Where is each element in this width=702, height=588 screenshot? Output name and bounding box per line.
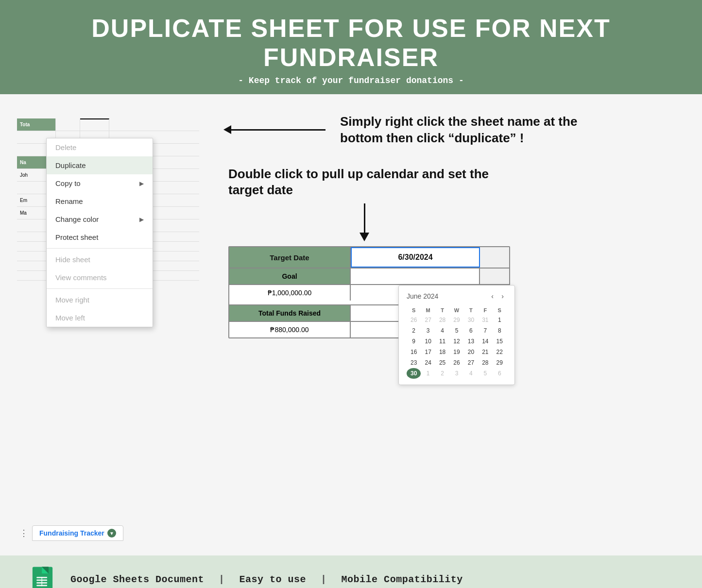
cal-day-7[interactable]: 7 <box>478 325 492 336</box>
cal-day-5[interactable]: 5 <box>449 325 463 336</box>
goal-empty <box>351 269 480 284</box>
menu-item-move-left[interactable]: Move left <box>47 309 153 327</box>
cal-day-2b[interactable]: 2 <box>435 368 449 379</box>
cal-day-28a[interactable]: 28 <box>435 315 449 325</box>
cal-week-3: 9 10 11 12 13 14 15 <box>407 336 507 347</box>
total-label: Total Funds Raised <box>229 305 351 321</box>
footer-text-1: Google Sheets Document <box>70 574 204 585</box>
footer-text-2: Easy to use <box>240 574 307 585</box>
cal-day-13[interactable]: 13 <box>464 336 478 347</box>
calendar-nav: ‹ › <box>488 291 507 301</box>
chevron-right-color-icon: ▶ <box>139 216 144 223</box>
menu-item-view-comments-label: View comments <box>55 273 107 282</box>
calendar-body: 26 27 28 29 30 31 1 2 <box>407 315 507 379</box>
cal-day-4b[interactable]: 4 <box>464 368 478 379</box>
cal-day-23[interactable]: 23 <box>407 357 421 368</box>
menu-item-delete[interactable]: Delete <box>47 138 153 156</box>
cal-day-21[interactable]: 21 <box>478 347 492 357</box>
cal-day-28b[interactable]: 28 <box>478 357 492 368</box>
cal-day-14[interactable]: 14 <box>478 336 492 347</box>
instruction-text-1: Simply right click the sheet name at the… <box>340 114 612 147</box>
left-panel: Tota Na Joh <box>15 109 199 541</box>
arrow-shaft-down <box>364 203 365 233</box>
cal-th-m: M <box>421 306 435 315</box>
sheet-tab-area: ⋮ Fundraising Tracker ▼ <box>19 525 123 541</box>
cal-day-10[interactable]: 10 <box>421 336 435 347</box>
cal-day-3[interactable]: 3 <box>421 325 435 336</box>
calendar-days-header-row: S M T W T F S <box>407 306 507 315</box>
cal-day-8[interactable]: 8 <box>493 325 507 336</box>
goal-value: ₱1,000,000.00 <box>229 285 351 301</box>
instruction-text-2: Double click to pull up calendar and set… <box>228 166 491 199</box>
cal-day-19[interactable]: 19 <box>449 347 463 357</box>
cal-day-16[interactable]: 16 <box>407 347 421 357</box>
footer: Google Sheets Document | Easy to use | M… <box>0 555 702 588</box>
cal-day-20[interactable]: 20 <box>464 347 478 357</box>
cal-day-17[interactable]: 17 <box>421 347 435 357</box>
chevron-right-icon: ▶ <box>139 180 144 187</box>
cal-day-26b[interactable]: 26 <box>449 357 463 368</box>
cal-day-1[interactable]: 1 <box>493 315 507 325</box>
total-value: ₱880,000.00 <box>229 322 351 337</box>
menu-item-duplicate[interactable]: Duplicate <box>47 156 153 174</box>
instruction-box-1: Simply right click the sheet name at the… <box>228 114 678 147</box>
cal-day-1b[interactable]: 1 <box>421 368 435 379</box>
page-header: DUPLICATE SHEET FOR USE FOR NEXT FUNDRAI… <box>0 0 702 94</box>
menu-item-protect-label: Protect sheet <box>55 233 98 241</box>
cal-day-30a[interactable]: 30 <box>464 315 478 325</box>
cal-day-9[interactable]: 9 <box>407 336 421 347</box>
menu-item-change-color-label: Change color <box>55 215 99 223</box>
cal-day-11[interactable]: 11 <box>435 336 449 347</box>
cal-day-6[interactable]: 6 <box>464 325 478 336</box>
cal-day-6b[interactable]: 6 <box>493 368 507 379</box>
cal-day-4[interactable]: 4 <box>435 325 449 336</box>
footer-divider-2: | <box>321 574 327 585</box>
google-sheets-icon <box>29 566 56 588</box>
left-arrow <box>228 129 325 131</box>
menu-item-move-left-label: Move left <box>55 314 85 322</box>
cal-day-27b[interactable]: 27 <box>464 357 478 368</box>
arrow-row-1: Simply right click the sheet name at the… <box>228 114 678 147</box>
sheet-cell-total-header: Tota <box>17 118 56 131</box>
cal-th-t: T <box>435 306 449 315</box>
tab-dropdown-icon[interactable]: ▼ <box>107 529 116 538</box>
context-menu: Delete Duplicate Copy to ▶ Rename Change… <box>46 138 153 327</box>
menu-item-move-right[interactable]: Move right <box>47 291 153 309</box>
calendar-next-button[interactable]: › <box>498 291 507 301</box>
calendar-prev-button[interactable]: ‹ <box>488 291 497 301</box>
cal-day-18[interactable]: 18 <box>435 347 449 357</box>
page-title: DUPLICATE SHEET FOR USE FOR NEXT FUNDRAI… <box>19 14 683 72</box>
target-date-extra <box>480 247 509 268</box>
sheet-tab[interactable]: Fundraising Tracker ▼ <box>32 525 123 541</box>
cal-day-15[interactable]: 15 <box>493 336 507 347</box>
cal-day-29a[interactable]: 29 <box>449 315 463 325</box>
cal-day-25[interactable]: 25 <box>435 357 449 368</box>
cal-th-w: W <box>449 306 463 315</box>
menu-item-change-color[interactable]: Change color ▶ <box>47 210 153 228</box>
cal-day-29b[interactable]: 29 <box>493 357 507 368</box>
cal-day-12[interactable]: 12 <box>449 336 463 347</box>
cal-day-3b[interactable]: 3 <box>449 368 463 379</box>
arrow-down-container <box>228 203 500 241</box>
cal-day-5b[interactable]: 5 <box>478 368 492 379</box>
cal-day-31a[interactable]: 31 <box>478 315 492 325</box>
cal-day-22[interactable]: 22 <box>493 347 507 357</box>
menu-item-hide[interactable]: Hide sheet <box>47 251 153 269</box>
cal-day-27a[interactable]: 27 <box>421 315 435 325</box>
cal-week-2: 2 3 4 5 6 7 8 <box>407 325 507 336</box>
menu-item-copy-to[interactable]: Copy to ▶ <box>47 174 153 192</box>
cal-th-s2: S <box>493 306 507 315</box>
menu-item-rename-label: Rename <box>55 197 83 205</box>
cal-day-2[interactable]: 2 <box>407 325 421 336</box>
menu-item-protect[interactable]: Protect sheet <box>47 228 153 246</box>
cal-day-26a[interactable]: 26 <box>407 315 421 325</box>
menu-item-view-comments[interactable]: View comments <box>47 269 153 286</box>
cal-day-30-today[interactable]: 30 <box>407 368 421 379</box>
menu-item-rename[interactable]: Rename <box>47 192 153 210</box>
cal-day-24[interactable]: 24 <box>421 357 435 368</box>
target-date-value: 6/30/2024 <box>351 247 480 268</box>
menu-item-duplicate-label: Duplicate <box>55 161 86 169</box>
menu-item-move-right-label: Move right <box>55 296 89 304</box>
down-arrow <box>360 203 369 241</box>
menu-divider-1 <box>47 248 153 249</box>
